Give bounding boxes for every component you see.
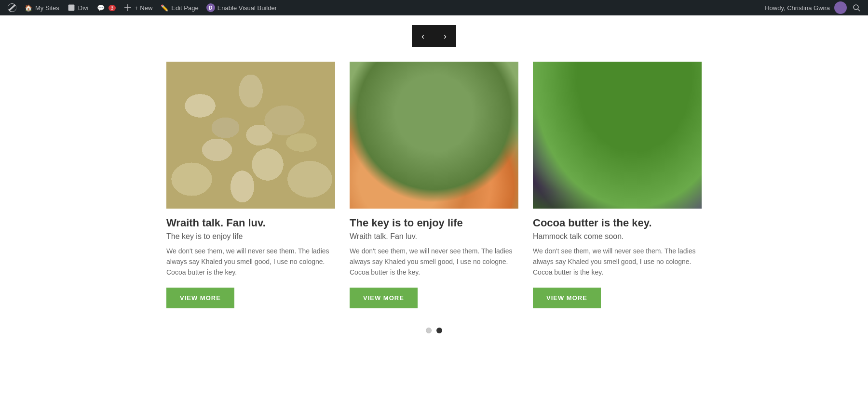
adminbar-right: Howdy, Christina Gwira (765, 0, 864, 15)
search-button[interactable] (849, 0, 864, 15)
card-2-view-more-button[interactable]: VIEW MORE (350, 288, 418, 308)
comments-icon: 💬 (96, 3, 105, 12)
my-sites-label: My Sites (35, 4, 59, 12)
new-icon (123, 3, 132, 12)
svg-line-2 (858, 9, 860, 11)
wp-logo[interactable] (4, 0, 20, 15)
new-content-menu[interactable]: + New (120, 0, 156, 15)
cards-container: Wraith talk. Fan luv. The key is to enjo… (121, 62, 747, 308)
slider-navigation: ‹ › (412, 25, 456, 47)
enable-visual-builder[interactable]: D Enable Visual Builder (203, 0, 281, 15)
card-3-view-more-button[interactable]: VIEW MORE (533, 288, 601, 308)
my-sites-menu[interactable]: 🏠 My Sites (20, 0, 63, 15)
user-avatar[interactable] (834, 1, 847, 14)
card-1-image (166, 62, 335, 209)
pagination-dots (426, 328, 442, 333)
edit-page-label: Edit Page (171, 4, 198, 12)
divi-menu[interactable]: Divi (63, 0, 93, 15)
svg-point-1 (854, 5, 858, 10)
card-1-body: We don't see them, we will never see the… (166, 246, 335, 278)
my-sites-icon: 🏠 (24, 3, 33, 12)
prev-arrow-icon: ‹ (421, 31, 424, 41)
next-arrow-icon: › (444, 31, 447, 41)
svg-rect-0 (68, 5, 74, 11)
main-content: ‹ › Wraith talk. Fan luv. The key is to … (0, 15, 868, 343)
pagination-dot-2[interactable] (436, 328, 442, 333)
card-1: Wraith talk. Fan luv. The key is to enjo… (166, 62, 335, 308)
next-button[interactable]: › (434, 25, 456, 47)
card-2-body: We don't see them, we will never see the… (350, 246, 518, 278)
pagination-dot-1[interactable] (426, 328, 432, 333)
search-icon (853, 4, 860, 12)
admin-bar: 🏠 My Sites Divi 💬 3 + New ✏️ Edit Page D… (0, 0, 868, 15)
card-1-title: Wraith talk. Fan luv. (166, 216, 335, 230)
wordpress-icon (8, 3, 16, 12)
card-3-title: Cocoa butter is the key. (533, 216, 702, 230)
card-3: Cocoa butter is the key. Hammock talk co… (533, 62, 702, 308)
comments-menu[interactable]: 💬 3 (93, 0, 120, 15)
divi-label: Divi (78, 4, 89, 12)
card-2-title: The key is to enjoy life (350, 216, 518, 230)
divi-purple-icon: D (206, 3, 215, 12)
card-3-image (533, 62, 702, 209)
card-3-subtitle: Hammock talk come soon. (533, 232, 702, 241)
card-1-subtitle: The key is to enjoy life (166, 232, 335, 241)
card-3-body: We don't see them, we will never see the… (533, 246, 702, 278)
card-2: The key is to enjoy life Wraith talk. Fa… (350, 62, 518, 308)
card-2-subtitle: Wraith talk. Fan luv. (350, 232, 518, 241)
card-1-view-more-button[interactable]: VIEW MORE (166, 288, 234, 308)
prev-button[interactable]: ‹ (412, 25, 434, 47)
edit-page-menu[interactable]: ✏️ Edit Page (156, 0, 202, 15)
comments-count: 3 (108, 5, 116, 11)
edit-icon: ✏️ (160, 3, 169, 12)
howdy-label: Howdy, Christina Gwira (765, 4, 830, 12)
new-label: + New (135, 4, 152, 12)
card-2-image (350, 62, 518, 209)
divi-icon (67, 3, 76, 12)
visual-builder-label: Enable Visual Builder (217, 4, 277, 12)
